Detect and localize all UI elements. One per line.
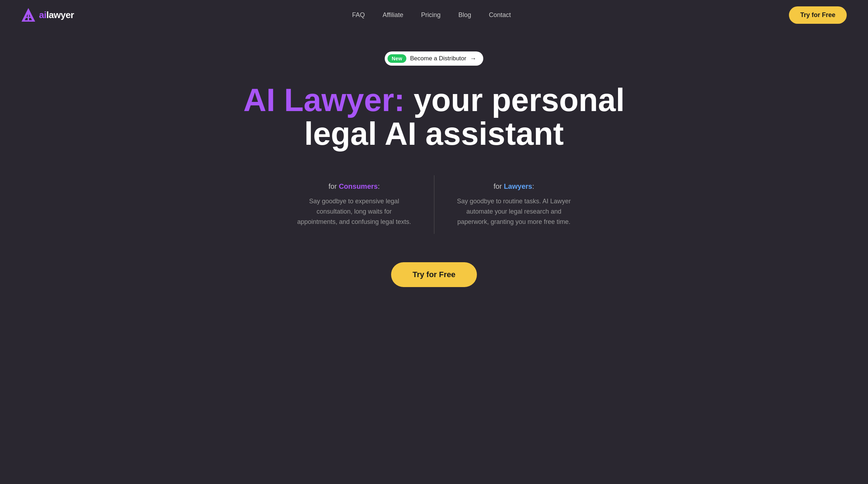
hero-headline: AI Lawyer: your personal legal AI assist… xyxy=(221,83,647,150)
nav-faq[interactable]: FAQ xyxy=(352,11,365,18)
new-badge: New xyxy=(388,54,407,63)
logo-icon xyxy=(21,8,35,22)
consumers-body: Say goodbye to expensive legal consultat… xyxy=(296,196,413,227)
headline-purple: AI Lawyer: xyxy=(243,82,405,118)
lawyers-title: for Lawyers: xyxy=(456,182,573,191)
nav-affiliate[interactable]: Affiliate xyxy=(383,11,404,18)
consumers-highlight: Consumers xyxy=(339,182,378,190)
distributor-badge[interactable]: New Become a Distributor → xyxy=(385,51,483,66)
nav-contact[interactable]: Contact xyxy=(489,11,511,18)
distributor-text: Become a Distributor xyxy=(410,55,466,62)
hero-try-free-button[interactable]: Try for Free xyxy=(391,262,477,287)
lawyers-body: Say goodbye to routine tasks. AI Lawyer … xyxy=(456,196,573,227)
logo-text: ailawyer xyxy=(39,10,74,21)
consumers-column: for Consumers: Say goodbye to expensive … xyxy=(274,175,434,234)
navbar: ailawyer FAQ Affiliate Pricing Blog Cont… xyxy=(0,0,868,30)
distributor-arrow-icon: → xyxy=(470,55,476,62)
lawyers-column: for Lawyers: Say goodbye to routine task… xyxy=(434,175,594,234)
nav-links: FAQ Affiliate Pricing Blog Contact xyxy=(352,11,511,19)
nav-try-free-button[interactable]: Try for Free xyxy=(789,6,847,24)
hero-section: New Become a Distributor → AI Lawyer: yo… xyxy=(0,30,868,315)
logo[interactable]: ailawyer xyxy=(21,8,74,22)
lawyers-highlight: Lawyers xyxy=(504,182,532,190)
nav-blog[interactable]: Blog xyxy=(458,11,471,18)
nav-pricing[interactable]: Pricing xyxy=(421,11,441,18)
feature-columns: for Consumers: Say goodbye to expensive … xyxy=(274,175,594,234)
consumers-title: for Consumers: xyxy=(296,182,413,191)
